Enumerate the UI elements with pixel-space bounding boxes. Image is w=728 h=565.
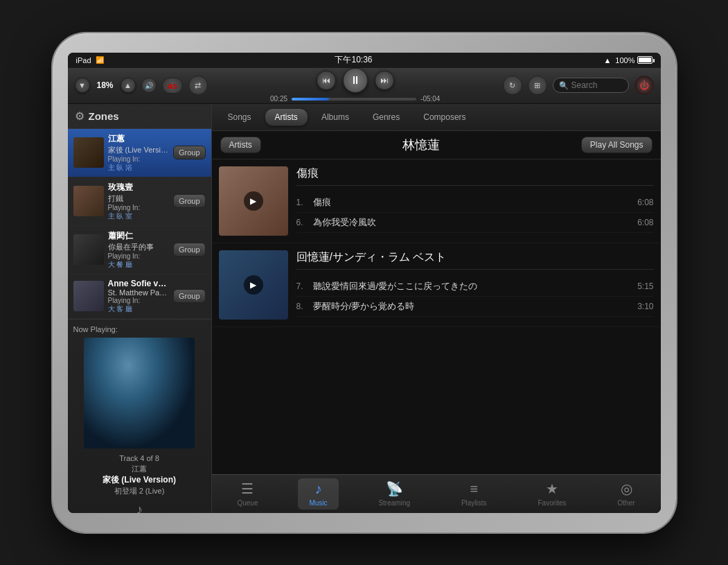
album-title-0: 傷痕 xyxy=(296,166,654,186)
battery-bar xyxy=(637,56,652,64)
nav-label-other: Other xyxy=(618,499,635,507)
zone-location: 主 臥 浴 xyxy=(108,163,169,173)
album-title-1: 回憶蓮/サンディ・ラム ベスト xyxy=(296,250,654,270)
speaker-button[interactable]: 🔊 xyxy=(141,78,157,93)
track-duration: 6:08 xyxy=(637,218,653,227)
tab-composers[interactable]: Composers xyxy=(413,108,476,126)
device-label: iPad xyxy=(76,56,91,64)
music-icon: ♪ xyxy=(314,481,321,497)
volume-percent: 18% xyxy=(96,80,115,90)
track-num: 8. xyxy=(296,302,313,311)
ipad-frame: iPad 📶 下午10:36 ▲ 100% ▼ 18% ▲ 🔊 as xyxy=(53,33,676,532)
nav-item-other[interactable]: ◎ Other xyxy=(607,478,646,510)
zone-item[interactable]: 江蕙 家後 (Live Version) Playing In: 主 臥 浴 G… xyxy=(68,129,211,177)
track-name: 傷痕 xyxy=(313,196,638,209)
zone-album-art xyxy=(73,137,104,168)
nav-item-streaming[interactable]: 📡 Streaming xyxy=(367,478,421,510)
group-button-3[interactable]: Group xyxy=(173,289,206,303)
track-name: 夢醒時分/夢から覚める時 xyxy=(313,300,638,313)
transport-bar: ▼ 18% ▲ 🔊 as ⇄ ⏮ ⏸ ⏭ 00:25 -05:04 xyxy=(68,68,661,104)
zones-label: Zones xyxy=(89,110,119,122)
artist-content: ▶ 傷痕 1. 傷痕 6:08 6. xyxy=(212,159,661,474)
track-duration: 6:08 xyxy=(637,198,653,207)
group-button-0[interactable]: Group xyxy=(173,146,206,159)
zone-playing-label: Playing In: xyxy=(108,297,169,304)
track-duration: 3:10 xyxy=(637,302,653,311)
album-art-1: ▶ xyxy=(219,250,288,320)
track-row[interactable]: 8. 夢醒時分/夢から覚める時 3:10 xyxy=(296,297,654,317)
play-all-button[interactable]: Play All Songs xyxy=(581,137,652,153)
track-num: 6. xyxy=(296,218,313,227)
search-box[interactable]: 🔍 xyxy=(553,78,629,93)
tabs-bar: Songs Artists Albums Genres Composers xyxy=(212,104,661,131)
nav-item-queue[interactable]: ☰ Queue xyxy=(226,478,269,510)
progress-area: 00:25 -05:04 xyxy=(213,95,497,103)
zone-artist-name: Anne Sofie von Otter e... xyxy=(108,279,169,288)
lastfm-button[interactable]: as xyxy=(162,78,183,94)
zone-album-art xyxy=(73,281,104,311)
artist-header: Artists 林憶蓮 Play All Songs xyxy=(212,131,661,159)
nav-item-playlists[interactable]: ≡ Playlists xyxy=(450,478,498,510)
play-pause-button[interactable]: ⏸ xyxy=(343,68,368,93)
now-playing-art-image xyxy=(84,338,195,449)
repeat-button[interactable]: ↻ xyxy=(503,76,522,95)
nav-label-playlists: Playlists xyxy=(461,499,487,507)
status-bar: iPad 📶 下午10:36 ▲ 100% xyxy=(68,53,661,68)
progress-bar[interactable] xyxy=(292,98,416,101)
previous-button[interactable]: ⏮ xyxy=(317,71,336,90)
shuffle-button[interactable]: ⇄ xyxy=(188,76,208,95)
zone-artist-name: 蕭閎仁 xyxy=(108,230,169,242)
now-playing-album-art xyxy=(84,338,195,449)
track-row[interactable]: 6. 為你我受冷風吹 6:08 xyxy=(296,213,654,233)
tab-albums[interactable]: Albums xyxy=(311,108,359,126)
zone-location: 大 餐 廳 xyxy=(108,260,169,270)
artists-back-button[interactable]: Artists xyxy=(220,137,261,153)
zone-artist-name: 玫瑰壹 xyxy=(108,182,169,193)
nav-item-music[interactable]: ♪ Music xyxy=(298,478,338,510)
nav-label-queue: Queue xyxy=(237,499,258,507)
tab-songs[interactable]: Songs xyxy=(217,108,262,126)
nav-item-favorites[interactable]: ★ Favorites xyxy=(527,478,578,510)
zone-info: 玫瑰壹 打鐵 Playing In: 主 臥 室 xyxy=(108,182,169,221)
time-remaining: -05:04 xyxy=(420,95,440,103)
ipad-screen: iPad 📶 下午10:36 ▲ 100% ▼ 18% ▲ 🔊 as xyxy=(68,53,661,513)
zone-track-name: 打鐵 xyxy=(108,193,169,204)
album-tracks-1: 回憶蓮/サンディ・ラム ベスト 7. 聽說愛情回來過/愛がここに戻ってきたの 5… xyxy=(296,250,654,320)
progress-fill xyxy=(292,98,329,101)
power-button[interactable]: ⏻ xyxy=(634,76,654,95)
track-duration: 5:15 xyxy=(637,281,653,291)
network-button[interactable]: ⊞ xyxy=(528,76,547,95)
album-section: ▶ 回憶蓮/サンディ・ラム ベスト 7. 聽說愛情回來過/愛がここに戻ってきたの… xyxy=(212,243,661,327)
track-row[interactable]: 7. 聽說愛情回來過/愛がここに戻ってきたの 5:15 xyxy=(296,277,654,297)
signal-icon: ▲ xyxy=(603,56,611,64)
track-row[interactable]: 1. 傷痕 6:08 xyxy=(296,193,654,213)
settings-icon[interactable]: ⚙ xyxy=(75,110,85,123)
search-input[interactable] xyxy=(571,80,627,90)
zone-item[interactable]: 蕭閎仁 你最在乎的事 Playing In: 大 餐 廳 Group xyxy=(68,226,211,275)
now-playing-label: Now Playing: xyxy=(73,325,118,333)
volume-up-button[interactable]: ▲ xyxy=(121,78,136,93)
now-playing-section: Now Playing: Track 4 of 8 江蕙 家後 (Live Ve… xyxy=(68,319,211,513)
now-playing-artist: 江蕙 xyxy=(132,464,147,474)
nav-label-favorites: Favorites xyxy=(538,499,567,507)
tab-genres[interactable]: Genres xyxy=(362,108,410,126)
zone-item[interactable]: 玫瑰壹 打鐵 Playing In: 主 臥 室 Group xyxy=(68,177,211,226)
transport-center: ⏮ ⏸ ⏭ 00:25 -05:04 xyxy=(213,68,497,103)
zone-location: 主 臥 室 xyxy=(108,211,169,221)
play-overlay-icon[interactable]: ▶ xyxy=(244,275,263,295)
lastfm-label: as xyxy=(168,80,177,91)
group-button-1[interactable]: Group xyxy=(173,194,206,208)
volume-down-button[interactable]: ▼ xyxy=(75,78,90,93)
now-playing-track-num: Track 4 of 8 xyxy=(119,454,159,462)
nav-label-streaming: Streaming xyxy=(378,499,410,507)
main-content: ⚙ Zones 江蕙 家後 (Live Version) Playing In:… xyxy=(68,104,661,513)
group-button-2[interactable]: Group xyxy=(173,243,206,257)
zone-track-name: 家後 (Live Version) xyxy=(108,145,169,155)
tab-artists[interactable]: Artists xyxy=(265,108,308,126)
battery-container: 100% xyxy=(615,56,652,64)
next-button[interactable]: ⏭ xyxy=(375,71,394,90)
play-overlay-icon[interactable]: ▶ xyxy=(244,191,263,211)
artist-name: 林憶蓮 xyxy=(261,137,581,153)
zone-item[interactable]: Anne Sofie von Otter e... St. Matthew Pa… xyxy=(68,275,211,319)
track-num: 1. xyxy=(296,198,313,207)
